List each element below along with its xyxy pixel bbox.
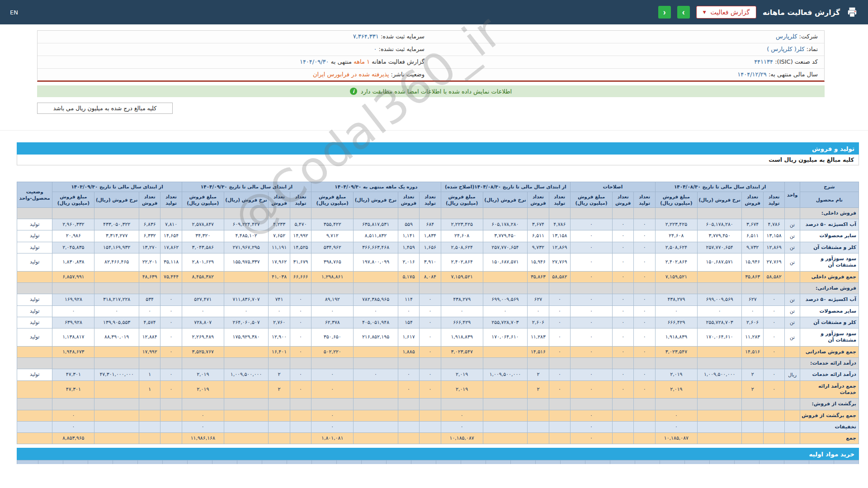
value-cell: ۸,۰۸۴ xyxy=(420,271,441,282)
status-cell: تولید xyxy=(17,369,52,380)
value-cell: ۱,۹۱۸,۸۳۹ xyxy=(655,328,697,347)
unregistered-capital-label: سرمایه ثبت نشده: xyxy=(379,46,425,52)
status-cell: تولید xyxy=(17,219,52,230)
value-cell: ۰ xyxy=(613,346,634,357)
raw-material-purchase-title: خرید مواد اولیه xyxy=(809,450,854,458)
value-cell: ۴۳۳,۰۵۰,۳۲۲ xyxy=(94,219,139,230)
value-cell: ۳,۶۷۴ xyxy=(528,219,549,230)
product-name-cell: سود سوزآور و مشتقات آن xyxy=(800,328,859,347)
value-cell: ۱۵۴,۱۶۹,۹۳۲ xyxy=(94,242,139,253)
value-cell: ۲ xyxy=(742,380,763,399)
value-cell: ۶۳۹,۹۲۸ xyxy=(52,317,94,328)
value-cell xyxy=(742,399,763,410)
language-toggle[interactable]: EN xyxy=(10,9,18,16)
value-cell: ۹,۷۳۲ xyxy=(528,242,549,253)
section-row: فروش صادراتی: xyxy=(17,282,859,294)
status-cell xyxy=(17,271,52,282)
value-cell xyxy=(634,282,655,294)
production-sales-header: تولید و فروش xyxy=(17,142,859,155)
value-cell: ۱۳,۱۵۸ xyxy=(763,230,784,242)
unit-cell: تن xyxy=(785,230,800,242)
value-cell: ۰ xyxy=(634,380,655,399)
production-sales-title: تولید و فروش xyxy=(812,145,854,152)
section-row: فروش داخلی: xyxy=(17,207,859,219)
value-cell xyxy=(224,358,269,369)
value-cell xyxy=(697,399,742,410)
value-cell xyxy=(420,358,441,369)
fiscal-year-cell: سال مالی منتهی به: ۱۴۰۴/۱۲/۲۹ xyxy=(431,69,824,81)
production-sales-section: تولید و فروش کلیه مبالغ به میلیون ریال ا… xyxy=(17,142,859,464)
company-info-row: کد صنعت (ISIC): ۴۴۱۱۳۴ گزارش فعالیت ماها… xyxy=(38,56,824,69)
value-cell xyxy=(224,399,269,410)
value-cell xyxy=(483,346,528,357)
value-cell: ۰ xyxy=(311,305,354,317)
value-cell: ۰ xyxy=(420,317,441,328)
value-cell xyxy=(697,380,742,399)
value-cell: ۰ xyxy=(613,219,634,230)
value-cell: ۰ xyxy=(290,380,311,399)
value-cell: ۰ xyxy=(354,369,398,380)
value-cell: ۰ xyxy=(571,219,613,230)
col-header-desc: شرح xyxy=(800,182,859,192)
value-cell xyxy=(398,410,419,421)
value-cell: ۲۵۷,۷۷۰,۶۵۴ xyxy=(483,242,528,253)
value-cell xyxy=(634,399,655,410)
value-cell: ۵۸,۵۸۲ xyxy=(763,271,784,282)
value-cell xyxy=(549,433,570,444)
prev-report-button[interactable]: ‹ xyxy=(658,6,671,19)
value-cell: ۳,۹۱۰ xyxy=(420,253,441,272)
value-cell xyxy=(742,358,763,369)
value-cell: ۰ xyxy=(441,410,483,421)
value-cell xyxy=(613,282,634,294)
value-cell: ۰ xyxy=(763,328,784,347)
value-cell xyxy=(224,207,269,219)
product-name-cell: سایر محصولات xyxy=(800,230,859,242)
value-cell: ۳۵,۸۶۳ xyxy=(528,271,549,282)
report-type-dropdown[interactable]: گزارش فعالیت ▼ xyxy=(696,6,756,19)
status-cell: تولید xyxy=(17,253,52,272)
col-group-header: از ابتدای سال مالی تا تاریخ ۱۴۰۳/۰۹/۳۰ xyxy=(52,182,182,192)
value-cell: ۷۴۱ xyxy=(269,294,290,305)
value-cell xyxy=(697,207,742,219)
production-table-head: شرحواحداز ابتدای سال مالی تا تاریخ ۱۴۰۴/… xyxy=(17,182,859,208)
value-cell xyxy=(290,421,311,432)
product-row: آب اکسیژنه ۵۰ درصدتن۰۶۲۷۶۹۹,۰۰۹,۵۶۹۴۳۸,۲… xyxy=(17,294,859,305)
col-header-product-name: نام محصول xyxy=(800,192,859,207)
value-cell: ۲۵۵,۷۲۸,۷۰۳ xyxy=(697,317,742,328)
value-cell: ۰ xyxy=(613,369,634,380)
value-cell: ۰ xyxy=(571,271,613,282)
value-cell xyxy=(139,410,160,421)
value-cell: ۱۷,۹۹۲ xyxy=(139,346,160,357)
value-cell xyxy=(311,358,354,369)
value-cell: ۲۴,۶۰۸ xyxy=(441,230,483,242)
value-cell: ۶۰۵,۱۷۸,۲۸۰ xyxy=(483,219,528,230)
value-cell xyxy=(269,282,290,294)
value-cell xyxy=(269,410,290,421)
value-cell: ۱۷۰,۰۶۴,۶۱۰ xyxy=(697,328,742,347)
value-cell: ۰ xyxy=(763,380,784,399)
value-cell: ۰ xyxy=(398,380,419,399)
print-icon[interactable] xyxy=(846,6,858,18)
next-report-button[interactable]: › xyxy=(677,6,690,19)
unregistered-capital-cell: سرمایه ثبت نشده: ۰ xyxy=(38,43,431,56)
value-cell: ۰ xyxy=(182,305,224,317)
value-cell xyxy=(52,399,94,410)
value-cell: ۰ xyxy=(549,317,570,328)
value-cell: ۱۶,۴۰۱ xyxy=(269,346,290,357)
value-cell xyxy=(354,410,398,421)
col-subheader-qty_sold: تعداد فروش xyxy=(613,192,634,207)
value-cell xyxy=(182,358,224,369)
value-cell xyxy=(269,421,290,432)
production-table: شرحواحداز ابتدای سال مالی تا تاریخ ۱۴۰۴/… xyxy=(17,182,859,444)
value-cell: ۰ xyxy=(571,305,613,317)
value-cell: ۲,۶۰۶ xyxy=(742,317,763,328)
value-cell xyxy=(420,282,441,294)
value-cell: ۲۲,۲۰۱ xyxy=(139,253,160,272)
value-cell xyxy=(571,399,613,410)
value-cell xyxy=(613,421,634,432)
value-cell: ۱۵,۹۴۶ xyxy=(742,253,763,272)
col-subheader-rate: نرخ فروش (ریال) xyxy=(354,192,398,207)
status-cell xyxy=(17,399,52,410)
value-cell: ۲۱۶,۸۵۲,۱۹۵ xyxy=(354,328,398,347)
value-cell xyxy=(160,282,182,294)
